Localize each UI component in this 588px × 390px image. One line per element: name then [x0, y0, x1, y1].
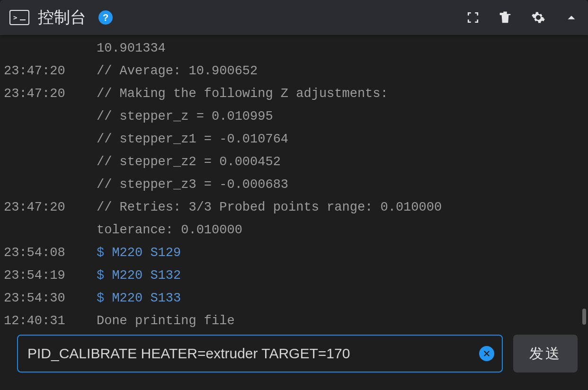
clear-input-button[interactable] [479, 346, 494, 361]
line-text: // Making the following Z adjustments: [97, 82, 388, 105]
timestamp: 23:54:30 [4, 287, 97, 310]
timestamp: 12:40:31 [4, 310, 97, 332]
command-body: M220 S129 [112, 246, 181, 260]
console-text-line: 23:47:20// Retries: 3/3 Probed points ra… [4, 196, 584, 219]
console-text-line: // stepper_z3 = -0.000683 [4, 173, 584, 196]
console-command-line: 23:54:30$ M220 S133 [4, 287, 584, 310]
line-text: // stepper_z1 = -0.010764 [97, 128, 288, 151]
console-header: 控制台 ? [0, 0, 588, 35]
dollar-sign: $ [97, 246, 112, 260]
timestamp [4, 173, 97, 196]
timestamp [4, 151, 97, 173]
gear-icon[interactable] [531, 10, 545, 25]
command-body: M220 S133 [112, 291, 181, 305]
scrollbar-thumb[interactable] [582, 309, 586, 325]
command-input-wrap [17, 335, 503, 372]
close-icon [482, 349, 491, 358]
line-text: tolerance: 0.010000 [97, 219, 242, 241]
timestamp: 23:47:20 [4, 60, 97, 82]
chevron-up-icon[interactable] [564, 10, 579, 25]
timestamp: 23:54:08 [4, 241, 97, 264]
console-text-line: 23:47:20// Making the following Z adjust… [4, 82, 584, 105]
console-title: 控制台 [38, 7, 86, 28]
line-text: Done printing file [97, 310, 235, 332]
console-text-line: 10.901334 [4, 37, 584, 60]
header-left: 控制台 ? [9, 7, 113, 28]
command-text: $ M220 S132 [97, 264, 181, 287]
command-body: M220 S132 [112, 268, 181, 283]
console-text-line: // stepper_z2 = 0.000452 [4, 151, 584, 173]
console-text-line: 12:40:31Done printing file [4, 310, 584, 332]
console-command-line: 23:54:19$ M220 S132 [4, 264, 584, 287]
line-text: 10.901334 [97, 37, 166, 60]
command-input-row: 发送 [0, 335, 588, 383]
line-text: // Retries: 3/3 Probed points range: 0.0… [97, 196, 442, 219]
console-icon [9, 10, 29, 25]
timestamp: 23:47:20 [4, 82, 97, 105]
line-text: // stepper_z = 0.010995 [97, 105, 273, 128]
timestamp: 23:54:19 [4, 264, 97, 287]
console-command-line: 23:54:08$ M220 S129 [4, 241, 584, 264]
line-text: // stepper_z3 = -0.000683 [97, 173, 288, 196]
console-text-line: // stepper_z1 = -0.010764 [4, 128, 584, 151]
timestamp [4, 37, 97, 60]
header-right [467, 10, 579, 25]
line-text: // Average: 10.900652 [97, 60, 258, 82]
console-text-line: tolerance: 0.010000 [4, 219, 584, 241]
trash-icon[interactable] [498, 10, 512, 25]
line-text: // stepper_z2 = 0.000452 [97, 151, 281, 173]
console-text-line: // stepper_z = 0.010995 [4, 105, 584, 128]
fullscreen-icon[interactable] [467, 11, 479, 24]
send-button[interactable]: 发送 [513, 335, 578, 372]
console-text-line: 23:47:20// Average: 10.900652 [4, 60, 584, 82]
command-text: $ M220 S133 [97, 287, 181, 310]
timestamp: 23:47:20 [4, 196, 97, 219]
timestamp [4, 219, 97, 241]
dollar-sign: $ [97, 291, 112, 305]
command-text: $ M220 S129 [97, 241, 181, 264]
timestamp [4, 128, 97, 151]
timestamp [4, 105, 97, 128]
console-output[interactable]: 10.90133423:47:20// Average: 10.90065223… [0, 35, 588, 335]
command-input[interactable] [17, 335, 503, 372]
dollar-sign: $ [97, 268, 112, 283]
help-icon[interactable]: ? [98, 10, 113, 25]
